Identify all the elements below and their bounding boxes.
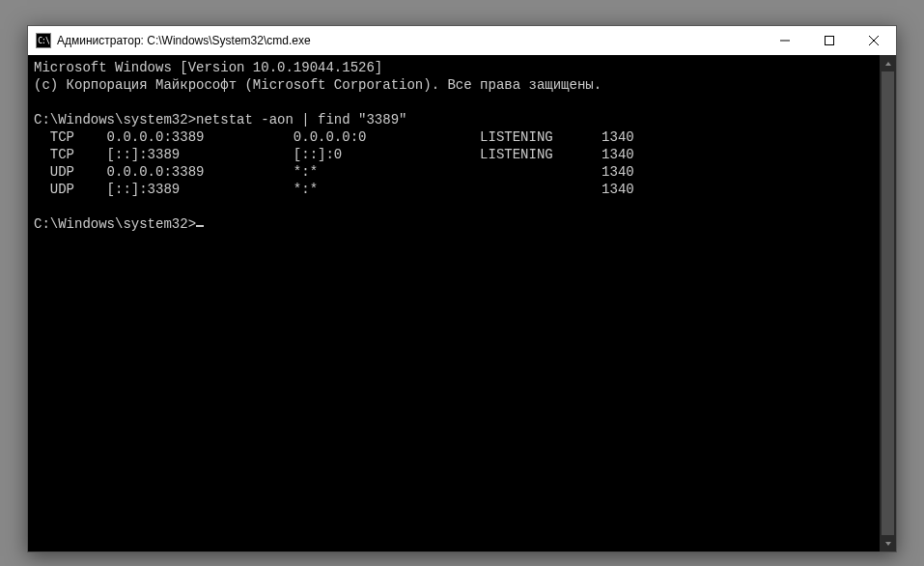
svg-rect-1 (826, 37, 834, 45)
terminal-output[interactable]: Microsoft Windows [Version 10.0.19044.15… (28, 55, 880, 552)
minimize-button[interactable] (763, 26, 807, 55)
window-controls (763, 26, 896, 55)
scrollbar-thumb[interactable] (882, 71, 894, 535)
maximize-button[interactable] (807, 26, 852, 55)
minimize-icon (780, 36, 790, 45)
vertical-scrollbar[interactable] (880, 55, 896, 552)
chevron-down-icon (884, 540, 892, 548)
title-left: C:\ Администратор: C:\Windows\System32\c… (28, 33, 311, 48)
close-button[interactable] (852, 26, 896, 55)
chevron-up-icon (884, 60, 892, 68)
cursor (196, 225, 204, 227)
scroll-down-button[interactable] (880, 535, 896, 552)
close-icon (869, 36, 879, 45)
cmd-icon: C:\ (36, 33, 51, 48)
scrollbar-track[interactable] (880, 71, 896, 535)
scroll-up-button[interactable] (880, 55, 896, 71)
cmd-window: C:\ Администратор: C:\Windows\System32\c… (27, 25, 897, 552)
title-bar[interactable]: C:\ Администратор: C:\Windows\System32\c… (28, 26, 896, 55)
window-title: Администратор: C:\Windows\System32\cmd.e… (57, 34, 311, 47)
svg-marker-5 (885, 542, 891, 546)
svg-marker-4 (885, 62, 891, 66)
client-area: Microsoft Windows [Version 10.0.19044.15… (28, 55, 896, 552)
maximize-icon (825, 36, 834, 45)
